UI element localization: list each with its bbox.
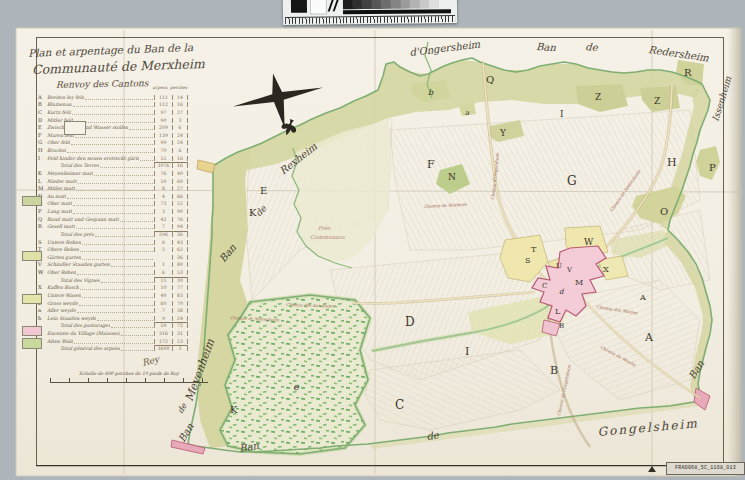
road-label-pr-s: Prés xyxy=(318,225,332,231)
color-calibration-strip xyxy=(283,0,457,25)
scale-caption: Echelle de 600 perches de 10 pieds de Ro… xyxy=(50,371,208,376)
place-name-ban: Ban xyxy=(536,41,557,53)
legend-row: GOber feld9924 xyxy=(38,138,188,146)
parcel-label-c: C xyxy=(542,282,547,290)
scan-marker-triangle xyxy=(648,466,656,472)
parcel-label-b: B xyxy=(559,322,564,330)
parcel-label-i: I xyxy=(465,345,469,358)
legend-row: RGesell matt794 xyxy=(38,222,188,230)
legend-row: dEnceinte du Village (Maisons)31631 xyxy=(38,328,188,336)
calibration-black-square xyxy=(291,0,307,13)
parcel-label-i: I xyxy=(560,109,564,119)
legend-row: KMeyenheimer matt7640 xyxy=(38,168,188,176)
legend-total-row: Total des prés29636 xyxy=(38,229,188,237)
parcel-label-e: E xyxy=(260,185,267,196)
parcel-label-t: T xyxy=(531,245,537,254)
parcel-label-b: b xyxy=(428,88,434,97)
legend-table: ABreiten ley feld11114BBlumenau11216CKur… xyxy=(38,92,188,351)
scale-bar: Echelle de 600 perches de 10 pieds de Ro… xyxy=(50,371,208,383)
grayscale-step xyxy=(429,0,439,8)
column-header-perches: perches xyxy=(170,85,186,90)
legend-color-swatch xyxy=(22,326,42,336)
parcel-label-z: Z xyxy=(595,92,601,102)
parcel-label-s: S xyxy=(525,256,530,265)
parcel-label-c: C xyxy=(395,398,404,412)
legend-row: TObere Reben262 xyxy=(38,245,188,253)
parcel-label-d: d xyxy=(559,288,564,296)
legend-row: MMitler matt827 xyxy=(38,184,188,192)
legend-total-row: Total des Terres107616 xyxy=(38,161,188,169)
archival-reference-label: FRAD068_5C_1168_013 xyxy=(666,462,745,475)
legend-total-row: Total général des arpens16003 xyxy=(38,344,188,352)
parcel-label-k: K xyxy=(230,404,238,415)
column-header-arpens: arpens xyxy=(150,85,170,90)
calibration-slash-mark xyxy=(333,0,340,11)
legend-total-row: Total des Vignes1530 xyxy=(38,275,188,283)
legend-row: YUntere Wasen4083 xyxy=(38,290,188,298)
scale-rule xyxy=(50,378,208,383)
grayscale-steps xyxy=(343,0,439,9)
parcel-label-u: U xyxy=(556,262,562,270)
calibration-ruler-ticks xyxy=(285,15,455,24)
parcel-label-a: A xyxy=(639,293,646,302)
legend-row: FMaren feld13924 xyxy=(38,130,188,138)
legend-color-swatch xyxy=(22,294,42,304)
legend-color-swatch xyxy=(22,338,42,349)
parcel-label-m: M xyxy=(575,278,583,287)
parcel-label-f: F xyxy=(427,158,435,171)
legend-row: LNieder matt5060 xyxy=(38,176,188,184)
grayscale-step xyxy=(400,0,410,9)
legend-row: QRund matt und Gespann matt4276 xyxy=(38,214,188,222)
parcel-label-y: Y xyxy=(499,128,507,138)
legend-color-swatch xyxy=(64,121,86,135)
legend-row: DMitler feld903 xyxy=(38,115,188,123)
place-name-de: de xyxy=(585,41,599,53)
parcel-label-r: R xyxy=(684,67,692,78)
grayscale-step xyxy=(372,0,382,9)
parcel-label-a: A xyxy=(644,331,654,344)
grayscale-step xyxy=(420,0,430,8)
scanned-map-page: Chemin d'OngersheimChemin de RedersheimC… xyxy=(0,0,745,480)
legend-row: CKurtz feld9727 xyxy=(38,107,188,115)
legend-row: UGärten garten36 xyxy=(38,252,188,260)
legend-color-swatch xyxy=(22,196,42,206)
legend-row: bLein Stauden weyde924 xyxy=(38,313,188,321)
legend-row: EZwischen feld und Wasser stollen2096 xyxy=(38,123,188,131)
legend-row: BBlumenau11216 xyxy=(38,100,188,108)
legend-row: HBruchel706 xyxy=(38,145,188,153)
legend-row: eAlten Wald17223 xyxy=(38,336,188,344)
parcel-label-b: B xyxy=(550,364,558,377)
parcel-label-d: D xyxy=(405,315,415,329)
legend-row: WOber Reben653 xyxy=(38,267,188,275)
parcel-label-q: Q xyxy=(486,74,494,85)
grayscale-step xyxy=(391,0,401,9)
legend-row: NAu matt466 xyxy=(38,191,188,199)
legend-row: IFeld hinder den neuen erstreckt gärten5… xyxy=(38,153,188,161)
legend-row: VSchindler Stauden garten180 xyxy=(38,260,188,268)
legend-row: ZGross weyde6070 xyxy=(38,298,188,306)
legend-row: SUntere Reben643 xyxy=(38,237,188,245)
parcel-label-o: O xyxy=(660,206,668,217)
grayscale-step xyxy=(362,0,372,9)
parcel-label-g: G xyxy=(567,174,577,188)
parcel-label-h: H xyxy=(667,156,677,169)
legend-row: OOber matt7352 xyxy=(38,199,188,207)
grayscale-step xyxy=(343,0,353,9)
parcel-label-w: W xyxy=(584,237,594,247)
parcel-label-l: L xyxy=(555,307,561,316)
grayscale-step xyxy=(381,0,391,9)
legend-total-row: Total des pasturages5972 xyxy=(38,321,188,329)
parcel-label-p: P xyxy=(709,162,716,173)
grayscale-step xyxy=(410,0,420,9)
parcel-label-n: N xyxy=(448,172,456,182)
calibration-black-bar xyxy=(343,9,451,14)
parcel-label-x: X xyxy=(603,265,609,274)
grayscale-step xyxy=(352,0,362,9)
parcel-label-z: Z xyxy=(654,96,660,106)
legend-row: aAller weyde738 xyxy=(38,306,188,314)
calibration-white-square xyxy=(310,0,327,15)
road-label-communaux: Communaux xyxy=(310,234,346,240)
parcel-label-v: V xyxy=(566,266,573,274)
legend-color-swatch xyxy=(22,251,42,261)
paper-edge-shadow xyxy=(727,28,741,476)
